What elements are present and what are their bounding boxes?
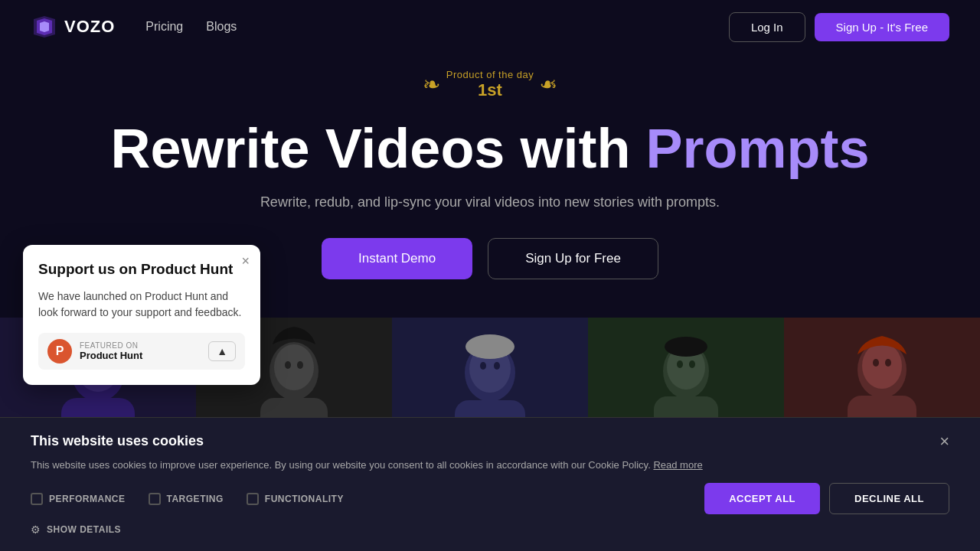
- accept-all-button[interactable]: ACCEPT ALL: [704, 483, 820, 514]
- navbar-right: Log In Sign Up - It's Free: [729, 12, 949, 42]
- cookie-checkbox-functionality[interactable]: FUNCTIONALITY: [247, 493, 344, 505]
- cookie-banner: This website uses cookies × This website…: [0, 417, 980, 552]
- ph-close-button[interactable]: ×: [241, 254, 250, 268]
- badge-top-text: Product of the day: [446, 69, 534, 80]
- navbar: VOZO Pricing Blogs Log In Sign Up - It's…: [0, 0, 980, 54]
- instant-demo-button[interactable]: Instant Demo: [322, 238, 472, 279]
- ph-logo: P: [47, 339, 72, 364]
- nav-pricing[interactable]: Pricing: [145, 20, 183, 34]
- hero-title: Rewrite Videos with Prompts: [111, 119, 870, 179]
- navbar-left: VOZO Pricing Blogs: [31, 13, 237, 41]
- ph-featured-on-label: FEATURED ON: [80, 341, 201, 350]
- cookie-header: This website uses cookies ×: [31, 433, 949, 450]
- ph-popup-body: We have launched on Product Hunt and loo…: [38, 289, 245, 321]
- ph-footer-text: FEATURED ON Product Hunt: [80, 341, 201, 361]
- svg-point-14: [285, 361, 291, 369]
- functionality-label: FUNCTIONALITY: [265, 494, 344, 504]
- signup-free-button[interactable]: Sign Up for Free: [488, 238, 658, 279]
- hero-subtitle: Rewrite, redub, and lip-sync your viral …: [260, 194, 720, 210]
- performance-checkbox[interactable]: [31, 493, 43, 505]
- laurel-right: ❧: [540, 74, 557, 96]
- logo-icon: [31, 13, 58, 41]
- signup-nav-button[interactable]: Sign Up - It's Free: [815, 13, 949, 41]
- svg-point-35: [885, 359, 891, 367]
- show-details-text[interactable]: SHOW DETAILS: [47, 524, 121, 535]
- ph-popup-title: Support us on Product Hunt: [38, 260, 245, 279]
- nav-blogs[interactable]: Blogs: [206, 20, 237, 34]
- svg-point-22: [466, 334, 514, 359]
- ph-popup-footer: P FEATURED ON Product Hunt ▲: [38, 333, 245, 370]
- laurel-left: ❧: [423, 74, 440, 96]
- functionality-checkbox[interactable]: [247, 493, 259, 505]
- svg-marker-2: [40, 21, 49, 32]
- targeting-checkbox[interactable]: [149, 493, 161, 505]
- logo-text: VOZO: [64, 17, 115, 37]
- badge-content: Product of the day 1st: [446, 69, 534, 100]
- decline-all-button[interactable]: DECLINE ALL: [829, 483, 949, 514]
- gear-icon: ⚙: [31, 523, 41, 536]
- cookie-title: This website uses cookies: [31, 433, 204, 449]
- hero-title-white1: Rewrite Videos: [111, 118, 521, 179]
- targeting-label: TARGETING: [167, 494, 224, 504]
- cta-buttons: Instant Demo Sign Up for Free: [322, 238, 658, 279]
- svg-point-12: [274, 344, 314, 390]
- cookie-close-button[interactable]: ×: [939, 433, 949, 450]
- cookie-read-more-link[interactable]: Read more: [653, 459, 702, 471]
- badge-rank: 1st: [478, 80, 502, 100]
- svg-point-29: [665, 337, 707, 357]
- svg-point-34: [873, 359, 879, 367]
- cookie-details-row: ⚙ SHOW DETAILS: [31, 523, 949, 536]
- ph-hunt-name: Product Hunt: [80, 350, 201, 361]
- cookie-checkbox-performance[interactable]: PERFORMANCE: [31, 493, 126, 505]
- svg-point-21: [494, 362, 500, 370]
- cookie-description: This website uses cookies to improve use…: [31, 458, 720, 473]
- svg-point-32: [862, 343, 902, 389]
- nav-links: Pricing Blogs: [145, 20, 237, 34]
- ph-upvote-icon: ▲: [217, 345, 227, 357]
- svg-point-20: [480, 362, 486, 370]
- svg-point-27: [677, 360, 683, 368]
- ph-upvote-button[interactable]: ▲: [208, 341, 236, 361]
- cookie-checkbox-targeting[interactable]: TARGETING: [149, 493, 224, 505]
- login-button[interactable]: Log In: [729, 12, 805, 42]
- svg-point-15: [297, 361, 303, 369]
- product-badge: ❧ Product of the day 1st ❧: [423, 69, 558, 100]
- cookie-actions: ACCEPT ALL DECLINE ALL: [704, 483, 949, 514]
- logo[interactable]: VOZO: [31, 13, 115, 41]
- hero-title-purple: Prompts: [645, 118, 869, 179]
- cookie-row: PERFORMANCE TARGETING FUNCTIONALITY ACCE…: [31, 483, 949, 514]
- cookie-checkboxes: PERFORMANCE TARGETING FUNCTIONALITY: [31, 493, 344, 505]
- hero-title-connector: with: [520, 118, 645, 179]
- ph-popup: × Support us on Product Hunt We have lau…: [23, 245, 260, 385]
- performance-label: PERFORMANCE: [49, 494, 126, 504]
- svg-point-28: [689, 360, 695, 368]
